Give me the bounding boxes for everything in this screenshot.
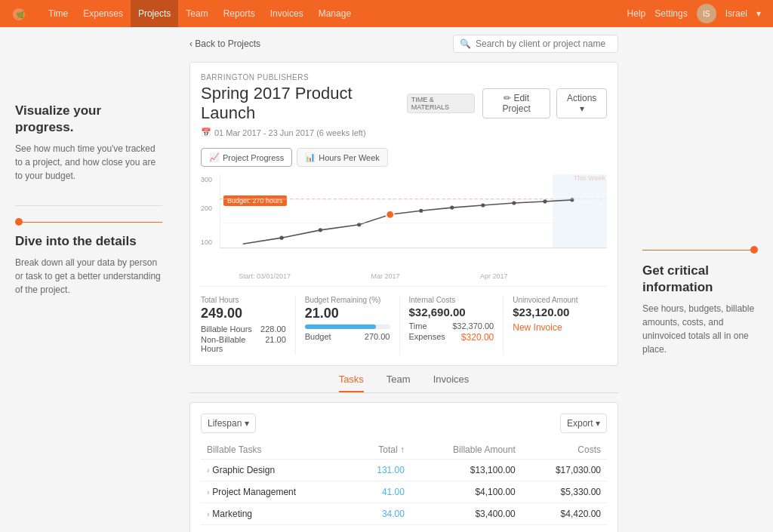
nav-time[interactable]: Time (41, 0, 75, 27)
task-name-graphic-design[interactable]: ›Graphic Design (201, 460, 352, 481)
tasks-table-card: Lifespan ▾ Export ▾ Billable Tasks Total… (189, 402, 618, 532)
svg-point-9 (450, 206, 454, 210)
lifespan-filter[interactable]: Lifespan ▾ (201, 414, 256, 433)
chart-hours-icon: 📊 (305, 152, 316, 162)
feature-details-title: Dive into the details (15, 233, 162, 250)
actions-button[interactable]: Actions ▾ (556, 88, 607, 118)
task-name-programming[interactable]: ›Programming (201, 525, 352, 533)
task-total-programming[interactable]: 22.00 (352, 525, 411, 533)
svg-point-12 (543, 199, 547, 203)
left-panel: Visualize your progress. See how much ti… (0, 27, 177, 532)
tab-team[interactable]: Team (386, 374, 411, 392)
svg-point-8 (419, 209, 423, 213)
task-total-marketing[interactable]: 34.00 (352, 503, 411, 525)
project-type-badge: TIME & MATERIALS (407, 94, 475, 113)
back-link[interactable]: ‹ Back to Projects (189, 38, 260, 49)
nav-manage[interactable]: Manage (311, 0, 359, 27)
feature-details-desc: Break down all your data by person or ta… (15, 256, 162, 297)
chart-tab-hours[interactable]: 📊 Hours Per Week (297, 148, 388, 167)
connector-line-right (642, 250, 750, 251)
chart-x-mar: Mar 2017 (371, 272, 400, 280)
table-row: ›Project Management 41.00 $4,100.00 $5,3… (201, 481, 607, 503)
nav-settings[interactable]: Settings (654, 8, 687, 19)
project-client: BARRINGTON PUBLISHERS (201, 73, 607, 81)
svg-rect-3 (553, 174, 607, 248)
chart-x-apr: Apr 2017 (480, 272, 508, 280)
tab-bar: Tasks Team Invoices (189, 374, 618, 393)
chart-y-100: 100 (201, 238, 212, 246)
stat-uninvoiced-value: $23,120.00 (513, 306, 598, 318)
table-row: ›Marketing 34.00 $3,400.00 $4,420.00 (201, 503, 607, 525)
feature-progress-desc: See how much time you've tracked to a pr… (15, 142, 162, 183)
search-box[interactable]: 🔍 (453, 35, 618, 53)
tab-invoices[interactable]: Invoices (433, 374, 470, 392)
right-feature-desc: See hours, budgets, billable amounts, co… (642, 302, 758, 356)
col-header-tasks: Billable Tasks (201, 441, 352, 460)
svg-text:🌿: 🌿 (16, 11, 25, 20)
task-total-graphic-design[interactable]: 131.00 (352, 460, 411, 481)
stat-nonbillable-hours: Non-Billable Hours 21.00 (201, 335, 286, 353)
new-invoice-link[interactable]: New Invoice (513, 322, 562, 333)
stat-total-hours-value: 249.00 (201, 306, 286, 321)
search-input[interactable] (476, 38, 611, 49)
nav-help[interactable]: Help (627, 8, 646, 19)
budget-progress-fill (305, 324, 377, 329)
calendar-icon: 📅 (201, 128, 211, 137)
chart-tabs: 📈 Project Progress 📊 Hours Per Week (201, 148, 607, 167)
right-feature-title: Get critical information (642, 263, 758, 296)
tasks-table: Billable Tasks Total ↑ Billable Amount C… (201, 441, 607, 532)
stat-billable-hours: Billable Hours 228.00 (201, 324, 286, 334)
stat-budget-remaining: Budget Remaining (%) 21.00 Budget 270.00 (305, 296, 400, 355)
table-header-row: Billable Tasks Total ↑ Billable Amount C… (201, 441, 607, 460)
project-header-card: BARRINGTON PUBLISHERS Spring 2017 Produc… (189, 62, 618, 366)
search-icon: 🔍 (460, 38, 471, 49)
feature-progress-title: Visualize your progress. (15, 103, 162, 136)
feature-progress: Visualize your progress. See how much ti… (15, 103, 162, 183)
nav-invoices[interactable]: Invoices (263, 0, 311, 27)
stat-expense-cost: Expenses $320.00 (409, 332, 494, 343)
task-name-pm[interactable]: ›Project Management (201, 481, 352, 503)
project-title-row: Spring 2017 Product Launch TIME & MATERI… (201, 84, 607, 123)
task-name-marketing[interactable]: ›Marketing (201, 503, 352, 525)
nav-reports[interactable]: Reports (216, 0, 263, 27)
table-row: ›Graphic Design 131.00 $13,100.00 $17,03… (201, 460, 607, 481)
col-header-billable: Billable Amount (411, 441, 522, 460)
stat-total-hours-label: Total Hours (201, 296, 286, 304)
chart-x-labels: Start: 03/01/2017 Mar 2017 Apr 2017 (220, 272, 607, 280)
task-total-pm[interactable]: 41.00 (352, 481, 411, 503)
user-dropdown-icon[interactable]: ▾ (756, 8, 761, 19)
svg-point-4 (280, 236, 284, 240)
tab-tasks[interactable]: Tasks (339, 374, 364, 392)
nav-team[interactable]: Team (178, 0, 215, 27)
stat-uninvoiced: Uninvoiced Amount $23,120.00 New Invoice (513, 296, 607, 355)
chart-x-start: Start: 03/01/2017 (239, 272, 291, 280)
user-name: Israel (725, 8, 747, 19)
export-button[interactable]: Export ▾ (560, 414, 607, 433)
feature-details: Dive into the details Break down all you… (15, 233, 162, 297)
connector-dot-right (750, 246, 758, 254)
stat-budget-label: Budget Remaining (%) (305, 296, 390, 304)
connector-line-2 (23, 222, 162, 223)
col-header-total[interactable]: Total ↑ (352, 441, 411, 460)
task-billable-marketing: $3,400.00 (411, 503, 522, 525)
edit-project-button[interactable]: ✏ Edit Project (482, 88, 551, 118)
task-billable-programming: $2,200.00 (411, 525, 522, 533)
back-bar: ‹ Back to Projects 🔍 (189, 35, 618, 53)
nav-expenses[interactable]: Expenses (75, 0, 131, 27)
col-header-costs: Costs (522, 441, 607, 460)
stat-internal-costs: Internal Costs $32,690.00 Time $32,370.0… (409, 296, 504, 355)
stat-total-hours: Total Hours 249.00 Billable Hours 228.00… (201, 296, 296, 355)
top-navigation: 🌿 Time Expenses Projects Team Reports In… (0, 0, 773, 27)
svg-point-13 (570, 198, 574, 201)
connector-dot-2 (15, 218, 23, 226)
svg-point-11 (512, 201, 516, 204)
chart-y-200: 200 (201, 204, 212, 212)
chart-tab-progress[interactable]: 📈 Project Progress (201, 148, 292, 167)
task-billable-pm: $4,100.00 (411, 481, 522, 503)
nav-projects[interactable]: Projects (131, 0, 178, 27)
task-costs-marketing: $4,420.00 (522, 503, 607, 525)
avatar[interactable]: IS (697, 4, 716, 23)
stat-costs-label: Internal Costs (409, 296, 494, 304)
expenses-link[interactable]: $320.00 (461, 332, 494, 343)
chart-progress-icon: 📈 (209, 152, 220, 162)
